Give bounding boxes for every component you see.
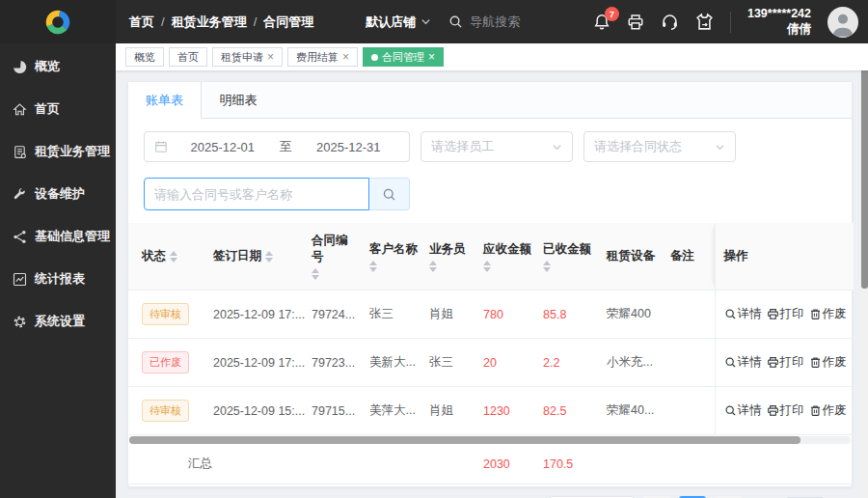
detail-button[interactable]: 详情 <box>724 402 762 419</box>
cell-receivable: 780 <box>477 290 537 339</box>
tab-fee-settlement[interactable]: 费用结算× <box>287 47 358 67</box>
sort-icon[interactable] <box>312 268 319 280</box>
col-status[interactable]: 状态 <box>128 223 207 290</box>
void-button[interactable]: 作废 <box>809 306 847 322</box>
breadcrumb-separator: / <box>161 14 165 29</box>
void-icon <box>809 308 822 320</box>
status-badge: 已作废 <box>142 351 189 374</box>
sort-icon[interactable] <box>265 251 273 263</box>
sort-icon[interactable] <box>543 261 551 272</box>
cell-sign-date: 2025-12-09 15:... <box>207 387 306 435</box>
cell-salesman: 肖姐 <box>423 387 477 435</box>
store-selector[interactable]: 默认店铺 <box>366 14 431 31</box>
sort-icon[interactable] <box>170 251 177 263</box>
vertical-scrollbar-thumb[interactable] <box>861 45 868 289</box>
print-button[interactable]: 打印 <box>767 354 804 371</box>
date-range-picker[interactable]: 至 <box>144 131 410 162</box>
nav-search-input[interactable] <box>470 14 585 29</box>
void-button[interactable]: 作废 <box>809 354 847 371</box>
cell-remark <box>665 387 715 435</box>
keyword-search-input[interactable] <box>144 178 369 210</box>
home-icon <box>13 102 27 117</box>
content-tabs: 账单表 明细表 <box>128 82 852 119</box>
app-logo[interactable] <box>0 0 116 43</box>
notification-badge: 7 <box>605 7 619 21</box>
date-start-input[interactable] <box>172 140 274 154</box>
cell-remark <box>665 339 715 387</box>
sidebar-item-settings[interactable]: 系统设置 <box>0 300 116 343</box>
col-receivable[interactable]: 应收金额 <box>477 223 537 290</box>
tab-detail-table[interactable]: 明细表 <box>202 82 275 118</box>
printer-icon <box>627 14 644 31</box>
sidebar-item-overview[interactable]: 概览 <box>0 45 116 88</box>
sidebar-item-label: 基础信息管理 <box>35 228 110 245</box>
nav-search <box>448 14 585 29</box>
breadcrumb-item[interactable]: 租赁业务管理 <box>172 14 247 31</box>
col-sign-date[interactable]: 签订日期 <box>207 223 306 290</box>
tab-label: 概览 <box>134 50 155 65</box>
customer-service-button[interactable] <box>661 13 679 31</box>
wrench-icon <box>13 187 27 202</box>
tab-overview[interactable]: 概览 <box>125 47 164 67</box>
cell-sign-date: 2025-12-09 17:... <box>207 339 306 387</box>
print-button[interactable]: 打印 <box>767 402 804 419</box>
chevron-down-icon <box>552 142 562 152</box>
sidebar-item-reports[interactable]: 统计报表 <box>0 258 116 300</box>
sidebar-item-device-maintenance[interactable]: 设备维护 <box>0 173 116 215</box>
contract-status-select[interactable]: 请选择合同状态 <box>583 131 736 162</box>
detail-button[interactable]: 详情 <box>724 306 762 322</box>
search-button[interactable] <box>369 178 410 210</box>
breadcrumb-item[interactable]: 合同管理 <box>263 14 313 31</box>
chevron-down-icon <box>420 16 431 27</box>
breadcrumb-item[interactable]: 首页 <box>129 14 154 31</box>
date-separator: 至 <box>278 138 294 155</box>
calendar-icon <box>154 140 168 153</box>
status-badge: 待审核 <box>142 303 189 325</box>
detail-icon <box>724 404 737 417</box>
cell-receivable: 20 <box>477 339 537 387</box>
horizontal-scrollbar[interactable] <box>129 436 851 444</box>
horizontal-scrollbar-thumb[interactable] <box>129 436 800 444</box>
search-icon <box>448 14 463 29</box>
content-card: 账单表 明细表 至 请选择员工 请选择合同状态 <box>127 81 853 487</box>
vertical-scrollbar[interactable] <box>861 43 868 498</box>
summary-received: 170.5 <box>537 444 601 484</box>
col-contract-no[interactable]: 合同编号 <box>306 223 364 290</box>
sidebar-item-home[interactable]: 首页 <box>0 88 116 130</box>
tab-label: 费用结算 <box>296 50 339 65</box>
col-device: 租赁设备 <box>601 223 665 290</box>
print-button[interactable]: 打印 <box>767 306 804 322</box>
pagination: 共 3 条 10条/页 1 前往 页 <box>128 484 852 498</box>
close-icon[interactable]: × <box>428 51 435 63</box>
store-switch-button[interactable] <box>695 13 714 31</box>
col-actions: 操作 <box>715 223 854 290</box>
avatar[interactable] <box>827 7 858 38</box>
detail-button[interactable]: 详情 <box>724 354 762 371</box>
cell-device: 小米充... <box>601 339 665 387</box>
sidebar-item-base-info[interactable]: 基础信息管理 <box>0 215 116 258</box>
tab-rental-apply[interactable]: 租赁申请× <box>212 47 283 67</box>
date-end-input[interactable] <box>298 140 400 154</box>
cell-device: 荣耀400 <box>601 290 665 339</box>
tab-bill-table[interactable]: 账单表 <box>128 82 202 119</box>
notifications-button[interactable]: 7 <box>593 14 610 31</box>
col-received[interactable]: 已收金额 <box>537 223 601 290</box>
employee-select[interactable]: 请选择员工 <box>420 131 573 162</box>
close-icon[interactable]: × <box>342 51 349 63</box>
sidebar-item-label: 系统设置 <box>35 313 85 330</box>
tab-home[interactable]: 首页 <box>169 47 207 67</box>
sidebar-item-rental-management[interactable]: 租赁业务管理 <box>0 130 116 173</box>
sort-icon[interactable] <box>369 261 377 272</box>
tab-contract-management[interactable]: 合同管理× <box>363 47 444 67</box>
close-icon[interactable]: × <box>267 51 274 63</box>
cell-contract-no: 79724... <box>306 290 364 339</box>
tag-tab-bar: 概览 首页 租赁申请× 费用结算× 合同管理× <box>116 43 868 70</box>
sidebar-menu: 概览 首页 租赁业务管理 设备维护 基础信息管理 统计报表 系统设置 <box>0 43 116 343</box>
print-button[interactable] <box>627 14 644 31</box>
void-button[interactable]: 作废 <box>809 402 847 419</box>
col-salesman[interactable]: 业务员 <box>423 223 477 290</box>
table-row: 已作废 2025-12-09 17:... 79723... 美新大... 张三… <box>128 339 854 387</box>
sort-icon[interactable] <box>483 261 491 272</box>
sort-icon[interactable] <box>429 261 437 272</box>
col-customer[interactable]: 客户名称 <box>364 223 423 290</box>
